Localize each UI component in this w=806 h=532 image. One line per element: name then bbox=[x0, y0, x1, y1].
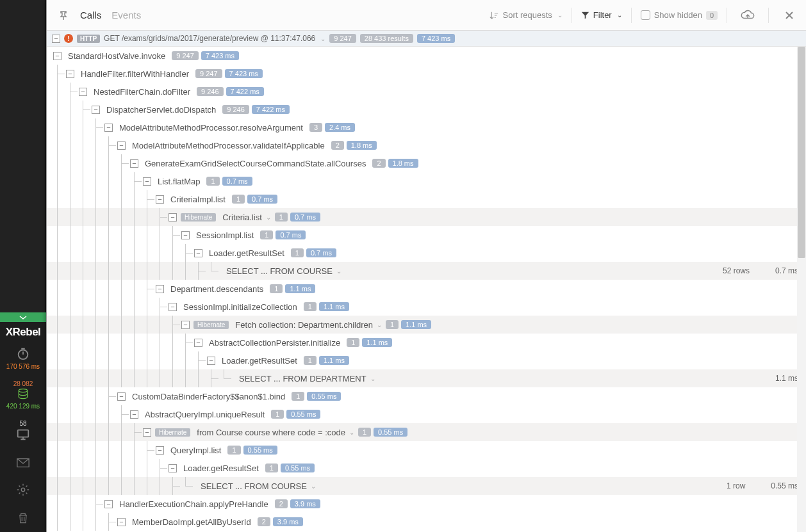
time-stat[interactable]: 170 576 ms bbox=[0, 343, 46, 376]
request-count: 9 247 bbox=[329, 34, 356, 43]
cloud-upload-icon[interactable] bbox=[737, 5, 758, 26]
collapse-toggle[interactable] bbox=[169, 303, 177, 311]
call-row[interactable]: List.flatMap10.7 ms bbox=[47, 172, 806, 190]
collapse-toggle[interactable] bbox=[104, 500, 113, 508]
sort-control[interactable]: Sort requests ⌄ bbox=[489, 10, 562, 20]
chevron-down-icon: ⌄ bbox=[370, 375, 375, 382]
tab-calls[interactable]: Calls bbox=[80, 10, 101, 20]
mail-icon[interactable] bbox=[0, 450, 46, 476]
call-row[interactable]: Loader.getResultSet11.1 ms bbox=[47, 351, 806, 369]
call-row[interactable]: SessionImpl.initializeCollection11.1 ms bbox=[47, 298, 806, 316]
collapse-toggle[interactable] bbox=[143, 177, 151, 186]
collapse-toggle[interactable] bbox=[117, 392, 126, 401]
sort-label: Sort requests bbox=[502, 10, 552, 20]
call-label: CriteriaImpl.list bbox=[170, 195, 226, 204]
request-header[interactable]: ! HTTP GET /exams/grids/ma/2017/generate… bbox=[47, 31, 806, 47]
collapse-toggle[interactable] bbox=[156, 285, 164, 293]
call-row[interactable]: MemberDaoImpl.getAllByUserId23.9 ms bbox=[47, 513, 806, 531]
collapse-toggle[interactable] bbox=[156, 195, 164, 204]
call-row[interactable]: HandleFilter.filterWithHandler9 2477 423… bbox=[47, 65, 806, 83]
session-stat[interactable]: 58 bbox=[0, 416, 46, 450]
call-row[interactable]: DispatcherServlet.doDispatch9 2467 422 m… bbox=[47, 101, 806, 118]
collapse-toggle[interactable] bbox=[104, 124, 113, 132]
call-row[interactable]: GenerateExamGridSelectCourseCommandState… bbox=[47, 154, 806, 172]
main-panel: Calls Events Sort requests ⌄ Filter ⌄ Sh… bbox=[46, 0, 806, 532]
call-row[interactable]: StandardHostValve.invoke9 2477 423 ms bbox=[47, 47, 806, 65]
collapse-toggle[interactable] bbox=[169, 213, 177, 222]
count-badge: 1 bbox=[271, 410, 284, 419]
sql-row[interactable]: SELECT ... FROM COURSE⌄52 rows0.7 ms bbox=[47, 262, 806, 280]
collapse-toggle[interactable] bbox=[194, 249, 202, 257]
trash-icon[interactable] bbox=[0, 504, 46, 532]
db-stat[interactable]: 28 082 420 129 ms bbox=[0, 376, 46, 416]
collapse-toggle[interactable] bbox=[181, 321, 190, 329]
show-hidden-control[interactable]: Show hidden 0 bbox=[641, 10, 718, 20]
scrollbar-thumb[interactable] bbox=[798, 47, 805, 258]
pin-icon[interactable] bbox=[53, 5, 74, 26]
database-icon bbox=[0, 387, 46, 400]
call-row[interactable]: CriteriaImpl.list10.7 ms bbox=[47, 190, 806, 208]
collapse-toggle[interactable] bbox=[143, 428, 151, 437]
hidden-count: 0 bbox=[706, 11, 718, 20]
call-row[interactable]: ModelAttributeMethodProcessor.resolveArg… bbox=[47, 118, 806, 136]
call-row[interactable]: Loader.getResultSet10.7 ms bbox=[47, 244, 806, 262]
stopwatch-icon bbox=[0, 346, 46, 360]
close-icon[interactable] bbox=[779, 5, 800, 26]
session-count: 58 bbox=[0, 420, 46, 427]
chevron-down-icon: ⌄ bbox=[266, 214, 271, 221]
collapse-toggle[interactable] bbox=[66, 70, 74, 78]
count-badge: 3 bbox=[309, 123, 322, 132]
call-label: from Course course where code = :code bbox=[197, 428, 345, 437]
collapse-toggle[interactable] bbox=[207, 357, 215, 365]
collapse-toggle[interactable] bbox=[130, 410, 138, 419]
call-label: Loader.getResultSet bbox=[209, 248, 284, 258]
tab-events[interactable]: Events bbox=[111, 10, 141, 20]
collapse-toggle[interactable] bbox=[117, 141, 126, 150]
call-row[interactable]: AbstractCollectionPersister.initialize11… bbox=[47, 334, 806, 351]
call-row[interactable]: HibernateFetch collection: Department.ch… bbox=[47, 316, 806, 334]
call-row[interactable]: Department.descendants11.1 ms bbox=[47, 280, 806, 298]
call-label: StandardHostValve.invoke bbox=[68, 51, 165, 61]
time-badge: 0.55 ms bbox=[286, 410, 320, 419]
call-row[interactable]: AbstractQueryImpl.uniqueResult10.55 ms bbox=[47, 405, 806, 423]
time-badge: 3.9 ms bbox=[273, 517, 303, 526]
collapse-toggle[interactable] bbox=[156, 446, 164, 455]
call-row[interactable]: SessionImpl.list10.7 ms bbox=[47, 226, 806, 244]
collapse-toggle[interactable] bbox=[0, 312, 46, 322]
call-label: ModelAttributeMethodProcessor.validateIf… bbox=[132, 141, 325, 150]
call-row[interactable]: HibernateCriteria.list⌄10.7 ms bbox=[47, 208, 806, 226]
call-row[interactable]: CustomDataBinderFactory$$anon$1.bind10.5… bbox=[47, 387, 806, 405]
chevron-down-icon: ⌄ bbox=[557, 12, 563, 19]
orm-badge: Hibernate bbox=[181, 213, 216, 222]
collapse-toggle[interactable] bbox=[194, 339, 202, 347]
call-label: CustomDataBinderFactory$$anon$1.bind bbox=[132, 392, 285, 401]
sidebar: XRebel 170 576 ms 28 082 420 129 ms 58 bbox=[0, 0, 46, 532]
call-label: AbstractCollectionPersister.initialize bbox=[209, 338, 340, 348]
call-row[interactable]: HandlerExecutionChain.applyPreHandle23.9… bbox=[47, 495, 806, 513]
call-row[interactable]: NestedFilterChain.doFilter9 2467 422 ms bbox=[47, 83, 806, 101]
filter-control[interactable]: Filter ⌄ bbox=[581, 10, 622, 20]
count-badge: 1 bbox=[260, 230, 273, 239]
count-badge: 1 bbox=[227, 446, 240, 455]
call-row[interactable]: ModelAttributeMethodProcessor.validateIf… bbox=[47, 136, 806, 154]
call-row[interactable]: Hibernatefrom Course course where code =… bbox=[47, 423, 806, 441]
call-row[interactable]: QueryImpl.list10.55 ms bbox=[47, 441, 806, 459]
collapse-toggle[interactable] bbox=[130, 159, 138, 168]
time-badge: 1.1 ms bbox=[319, 302, 349, 311]
collapse-toggle[interactable] bbox=[79, 88, 87, 96]
collapse-toggle[interactable] bbox=[53, 52, 62, 60]
time-badge: 1.1 ms bbox=[319, 356, 349, 365]
sql-row[interactable]: SELECT ... FROM DEPARTMENT⌄1.1 ms bbox=[47, 369, 806, 387]
call-row[interactable]: Loader.getResultSet10.55 ms bbox=[47, 459, 806, 477]
collapse-toggle[interactable] bbox=[92, 106, 100, 114]
call-label: DispatcherServlet.doDispatch bbox=[106, 105, 216, 115]
collapse-toggle[interactable] bbox=[181, 231, 190, 239]
collapse-toggle[interactable] bbox=[52, 35, 60, 43]
collapse-toggle[interactable] bbox=[117, 518, 126, 526]
gear-icon[interactable] bbox=[0, 476, 46, 504]
sql-row[interactable]: SELECT ... FROM COURSE⌄1 row0.55 ms bbox=[47, 477, 806, 495]
call-label: NestedFilterChain.doFilter bbox=[94, 87, 190, 97]
call-tree[interactable]: StandardHostValve.invoke9 2477 423 msHan… bbox=[47, 47, 806, 532]
collapse-toggle[interactable] bbox=[169, 464, 177, 472]
time-badge: 0.7 ms bbox=[276, 230, 306, 239]
